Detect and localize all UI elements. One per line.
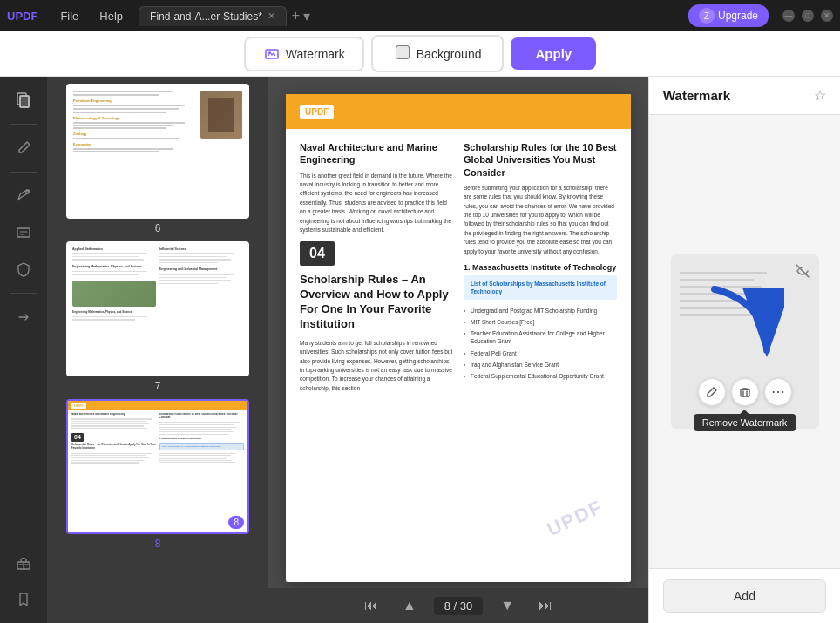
background-label: Background (417, 47, 482, 61)
thumb-badge-8: 8 (228, 516, 244, 529)
sidebar-icon-protect[interactable] (7, 253, 40, 286)
mit-title: 1. Massachusetts Institute of Technology (464, 263, 617, 272)
nav-prev-icon[interactable]: ▲ (396, 594, 423, 617)
toolbar: Watermark Background Apply (0, 31, 840, 77)
thumbnail-page-7[interactable]: Applied Mathematics Engineering Mathemat… (58, 241, 258, 392)
menu-help[interactable]: Help (91, 6, 132, 26)
svg-point-1 (268, 51, 270, 53)
bullet-1: Undergrad and Postgrad MIT Scholarship F… (464, 305, 617, 316)
bullet-5: Iraq and Afghanistan Service Grant (464, 359, 617, 370)
menu-bar: File Help (51, 6, 132, 26)
page-header: UPDF (286, 94, 631, 129)
delete-watermark-button[interactable]: Remove Watermark (731, 378, 759, 406)
edit-watermark-button[interactable] (698, 378, 726, 406)
active-tab[interactable]: Find-and-A...er-Studies* ✕ (139, 6, 287, 26)
right-panel-footer: Add (649, 568, 840, 623)
right-panel: Watermark ☆ (648, 77, 840, 623)
right-panel-header: Watermark ☆ (649, 77, 840, 115)
watermark-button[interactable]: Watermark (244, 37, 364, 71)
page-navigation: ⏮ ▲ 8 / 30 ▼ ⏭ (268, 588, 648, 623)
article-title: Scholarship Rules – An Overview and How … (300, 273, 453, 332)
sidebar-icon-bookmark[interactable] (7, 583, 40, 616)
tabs-chevron-icon[interactable]: ▾ (303, 8, 310, 24)
section-body-naval: This is another great field in demand in… (300, 172, 453, 235)
page-right-column: Scholarship Rules for the 10 Best Global… (464, 141, 617, 393)
thumbnail-page-8[interactable]: UPDF Naval Architecture and Marine Engin… (58, 399, 258, 550)
background-button[interactable]: Background (371, 35, 505, 72)
watermark-text: UPDF (544, 496, 607, 541)
thumbnail-panel: Petroleum Engineering Pharmacology & Tox… (47, 77, 268, 623)
sidebar-icon-form[interactable] (7, 216, 40, 249)
document-page: UPDF Naval Architecture and Marine Engin… (268, 77, 648, 588)
titlebar-right: Z Upgrade — □ ✕ (688, 4, 833, 27)
svg-rect-5 (20, 96, 29, 107)
sidebar-icon-gift[interactable] (7, 546, 40, 579)
minimize-button[interactable]: — (782, 10, 795, 22)
thumb-img-6: Petroleum Engineering Pharmacology & Tox… (66, 84, 249, 219)
sidebar-icon-annotate[interactable] (7, 179, 40, 213)
right-panel-title: Watermark (663, 88, 730, 103)
sidebar-icon-pages[interactable] (7, 84, 40, 117)
remove-watermark-tooltip: Remove Watermark (694, 414, 796, 431)
section-title-naval: Naval Architecture and Marine Engineerin… (300, 141, 453, 166)
favorite-star-icon[interactable]: ☆ (814, 87, 826, 104)
maximize-button[interactable]: □ (802, 10, 814, 22)
thumb-img-7: Applied Mathematics Engineering Mathemat… (66, 241, 249, 376)
tab-close-icon[interactable]: ✕ (268, 10, 275, 22)
watermark-preview-area: Remove Watermark ⋯ (649, 115, 840, 568)
upgrade-label: Upgrade (718, 10, 758, 22)
nav-next-icon[interactable]: ▼ (493, 594, 521, 617)
sidebar-divider-2 (10, 172, 37, 173)
watermark-icon (263, 45, 281, 63)
add-watermark-button[interactable]: Add (663, 579, 826, 613)
apply-button[interactable]: Apply (511, 37, 596, 70)
window-controls: — □ ✕ (782, 10, 833, 22)
preview-box: Remove Watermark ⋯ (671, 254, 819, 429)
thumb-num-8: 8 (155, 538, 161, 550)
section-number: 04 (300, 241, 335, 266)
nav-last-icon[interactable]: ⏭ (532, 594, 559, 617)
bullet-3: Teacher Education Assistance for College… (464, 328, 617, 347)
background-icon (394, 44, 411, 64)
tab-bar: Find-and-A...er-Studies* ✕ + ▾ (139, 6, 688, 26)
sidebar-divider-3 (10, 293, 37, 294)
page-left-column: Naval Architecture and Marine Engineerin… (300, 141, 453, 393)
thumb-num-6: 6 (155, 222, 161, 234)
menu-file[interactable]: File (51, 6, 87, 26)
titlebar: UPDF File Help Find-and-A...er-Studies* … (0, 0, 840, 31)
upgrade-initial: Z (699, 8, 715, 24)
close-button[interactable]: ✕ (821, 10, 833, 22)
nav-first-icon[interactable]: ⏮ (357, 594, 385, 617)
document-area: UPDF Naval Architecture and Marine Engin… (268, 77, 648, 623)
watermark-label: Watermark (286, 47, 345, 61)
thumbnail-page-6[interactable]: Petroleum Engineering Pharmacology & Tox… (58, 84, 258, 234)
bullet-4: Federal Pell Grant (464, 348, 617, 359)
article-body: Many students aim to get full scholarshi… (300, 339, 453, 393)
app-logo: UPDF (7, 10, 37, 23)
page-header-logo: UPDF (300, 105, 334, 119)
tab-label: Find-and-A...er-Studies* (150, 10, 262, 23)
sidebar-icon-edit[interactable] (7, 132, 40, 165)
section-body-scholarship: Before submitting your application for a… (464, 184, 617, 256)
sidebar-divider-1 (10, 124, 37, 125)
svg-rect-3 (396, 46, 409, 58)
highlight-box-text: List of Scholarships by Massachusetts In… (471, 280, 610, 295)
thumb-num-7: 7 (155, 380, 161, 392)
svg-rect-8 (17, 228, 30, 237)
more-options-button[interactable]: ⋯ (764, 378, 792, 406)
main-content: Petroleum Engineering Pharmacology & Tox… (0, 77, 840, 623)
upgrade-button[interactable]: Z Upgrade (688, 4, 769, 27)
preview-arrow (697, 281, 784, 376)
sidebar-icon-convert[interactable] (7, 301, 40, 334)
section-title-scholarship: Scholarship Rules for the 10 Best Global… (464, 141, 617, 179)
bullet-2: MIT Short Courses [Free] (464, 316, 617, 328)
thumb-img-8: UPDF Naval Architecture and Marine Engin… (66, 399, 249, 534)
page-indicator[interactable]: 8 / 30 (434, 597, 484, 615)
bullet-6: Federal Supplemental Educational Opportu… (464, 370, 617, 382)
eye-slash-icon[interactable] (795, 263, 810, 282)
watermark-actions: Remove Watermark ⋯ (671, 378, 819, 406)
page-body: Naval Architecture and Marine Engineerin… (286, 129, 631, 405)
add-tab-icon[interactable]: + (292, 8, 300, 24)
scholarship-bullets: Undergrad and Postgrad MIT Scholarship F… (464, 305, 617, 382)
left-sidebar (0, 77, 47, 623)
